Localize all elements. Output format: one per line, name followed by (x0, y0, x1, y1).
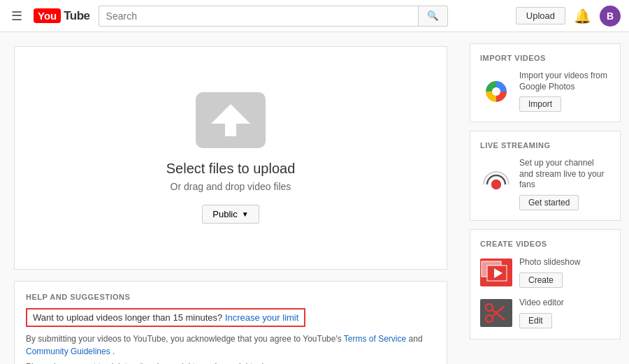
youtube-tube: Tube (64, 9, 89, 23)
slideshow-svg (480, 259, 512, 286)
sidebar-editor-item: Video editor Edit (480, 297, 610, 329)
sidebar-import-info: Import your videos from Google Photos Im… (519, 71, 610, 112)
svg-point-6 (486, 304, 493, 311)
sidebar-live-item: Set up your channel and stream live to y… (480, 158, 610, 210)
search-button[interactable]: 🔍 (418, 6, 447, 26)
main-layout: Select files to upload Or drag and drop … (0, 32, 629, 364)
sidebar-create-section: CREATE VIDEOS Photo slideshow Create (470, 229, 621, 340)
upload-arrow-icon (211, 104, 250, 124)
youtube-you: You (34, 8, 61, 23)
edit-button[interactable]: Edit (519, 313, 552, 328)
help-tos-after: . (113, 347, 115, 356)
header-right: Upload 🔔 B (516, 6, 621, 27)
live-svg (480, 168, 512, 201)
privacy-button[interactable]: Public ▼ (202, 205, 259, 224)
sidebar-import-description: Import your videos from Google Photos (519, 71, 610, 92)
help-limit-link[interactable]: Increase your limit (225, 312, 298, 323)
import-button[interactable]: Import (519, 96, 561, 112)
slideshow-icon-wrap (480, 259, 512, 286)
header: ☰ You Tube 🔍 Upload 🔔 B (0, 0, 629, 32)
privacy-caret-icon: ▼ (242, 210, 249, 218)
sidebar-create-title: CREATE VIDEOS (480, 240, 610, 248)
svg-point-7 (486, 315, 493, 322)
help-tos-mid: and (409, 334, 423, 344)
upload-title: Select files to upload (166, 161, 296, 177)
youtube-logo[interactable]: You Tube (34, 8, 90, 23)
sidebar-slideshow-item: Photo slideshow Create (480, 256, 610, 289)
sidebar: IMPORT VIDEOS Import your videos from Go… (461, 32, 629, 364)
slideshow-icon (480, 256, 512, 289)
main-content: Select files to upload Or drag and drop … (0, 32, 461, 364)
editor-icon (480, 297, 512, 329)
sidebar-editor-label: Video editor (519, 298, 610, 309)
help-section-title: HELP AND SUGGESTIONS (26, 293, 435, 301)
upload-subtitle: Or drag and drop video files (171, 181, 291, 192)
help-limit-highlight: Want to upload videos longer than 15 min… (26, 308, 305, 327)
help-privacy-note: Please be sure not to violate others' co… (26, 361, 435, 364)
upload-header-button[interactable]: Upload (516, 7, 565, 24)
editor-icon-wrap (480, 299, 512, 327)
get-started-button[interactable]: Get started (519, 195, 579, 210)
upload-box[interactable]: Select files to upload Or drag and drop … (14, 46, 447, 270)
sidebar-import-item: Import your videos from Google Photos Im… (480, 71, 610, 112)
upload-stem-icon (225, 124, 236, 136)
search-bar: 🔍 (99, 6, 448, 27)
sidebar-import-title: IMPORT VIDEOS (480, 54, 610, 62)
search-input[interactable] (99, 6, 418, 26)
pinwheel-svg (482, 78, 510, 105)
sidebar-slideshow-info: Photo slideshow Create (519, 257, 610, 288)
help-limit-text: Want to upload videos longer than 15 min… (33, 312, 222, 323)
live-streaming-icon (480, 168, 512, 201)
sidebar-live-title: LIVE STREAMING (480, 141, 610, 150)
help-tos-link[interactable]: Terms of Service (344, 334, 406, 344)
sidebar-editor-info: Video editor Edit (519, 298, 610, 328)
menu-icon[interactable]: ☰ (8, 6, 25, 27)
editor-svg (480, 299, 512, 327)
sidebar-slideshow-label: Photo slideshow (519, 257, 610, 268)
notification-bell-icon[interactable]: 🔔 (574, 8, 591, 24)
avatar[interactable]: B (600, 6, 621, 27)
upload-icon-wrap (196, 92, 266, 148)
google-photos-icon (480, 75, 512, 108)
help-tos-text: By submitting your videos to YouTube, yo… (26, 333, 435, 358)
sidebar-import-section: IMPORT VIDEOS Import your videos from Go… (470, 43, 621, 122)
sidebar-live-info: Set up your channel and stream live to y… (519, 158, 610, 210)
help-tos-before: By submitting your videos to YouTube, yo… (26, 334, 342, 344)
sidebar-live-description: Set up your channel and stream live to y… (519, 158, 610, 191)
help-community-link[interactable]: Community Guidelines (26, 347, 110, 356)
privacy-label: Public (212, 209, 237, 219)
help-box: HELP AND SUGGESTIONS Want to upload vide… (14, 281, 447, 364)
svg-point-2 (491, 180, 501, 189)
svg-point-0 (492, 87, 500, 96)
sidebar-live-section: LIVE STREAMING Set up your channel and s… (470, 131, 621, 221)
create-slideshow-button[interactable]: Create (519, 272, 563, 288)
